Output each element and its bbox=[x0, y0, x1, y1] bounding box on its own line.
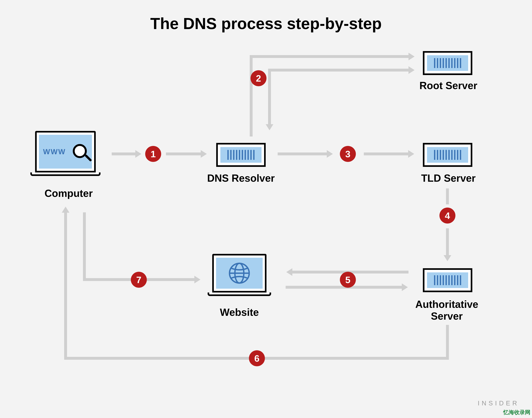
globe-icon bbox=[228, 262, 250, 284]
server-bars-icon bbox=[427, 55, 468, 71]
arrow-1-head-a bbox=[135, 150, 141, 158]
step-2-badge: 2 bbox=[250, 70, 266, 86]
arrow-3-head-b bbox=[408, 150, 414, 158]
website-icon bbox=[212, 254, 271, 296]
root-server-icon bbox=[423, 51, 472, 75]
arrow-4a bbox=[446, 188, 449, 204]
auth-server-icon bbox=[423, 268, 472, 292]
arrow-1-head-b bbox=[201, 150, 207, 158]
step-1-badge: 1 bbox=[145, 146, 161, 162]
arrow-1b bbox=[166, 152, 201, 155]
tld-server-icon bbox=[423, 143, 472, 167]
arrow-2-right bbox=[250, 55, 409, 58]
arrow-4-head bbox=[444, 255, 451, 261]
step-6-badge: 6 bbox=[249, 350, 265, 366]
magnifier-icon bbox=[73, 144, 87, 158]
diagram-title: The DNS process step-by-step bbox=[0, 14, 532, 33]
arrow-5-head-bot bbox=[402, 283, 408, 291]
website-label: Website bbox=[207, 307, 271, 318]
dns-resolver-icon bbox=[216, 143, 266, 167]
server-bars-icon bbox=[220, 147, 261, 163]
computer-icon: WWW bbox=[35, 131, 101, 176]
arrow-3b bbox=[364, 152, 408, 155]
tld-server-label: TLD Server bbox=[413, 173, 484, 184]
arrow-2-ret-v bbox=[268, 69, 271, 125]
dns-resolver-label: DNS Resolver bbox=[204, 173, 278, 184]
auth-server-label: Authoritative Server bbox=[402, 299, 491, 322]
arrow-4b bbox=[446, 228, 449, 255]
attribution-text: INSIDER bbox=[478, 400, 519, 407]
arrow-6-head bbox=[62, 207, 69, 213]
root-server-label: Root Server bbox=[413, 80, 484, 92]
arrow-3-head-a bbox=[327, 150, 333, 158]
step-5-badge: 5 bbox=[340, 272, 356, 288]
arrow-2-head-ret-b bbox=[266, 124, 273, 130]
arrow-3a bbox=[278, 152, 327, 155]
arrow-7-down bbox=[83, 212, 86, 281]
step-4-badge: 4 bbox=[440, 208, 455, 223]
server-bars-icon bbox=[427, 272, 468, 288]
arrow-6-down bbox=[446, 325, 449, 357]
computer-label: Computer bbox=[35, 188, 102, 199]
step-7-badge: 7 bbox=[131, 272, 147, 288]
www-text: WWW bbox=[43, 147, 66, 156]
step-3-badge: 3 bbox=[340, 146, 356, 162]
watermark-text: 忆海收录网 bbox=[503, 409, 530, 416]
arrow-6-up bbox=[64, 212, 67, 360]
arrow-1 bbox=[112, 152, 136, 155]
arrow-7-head bbox=[194, 276, 200, 283]
server-bars-icon bbox=[427, 147, 468, 163]
arrow-2-up bbox=[250, 55, 253, 137]
arrow-2-head-ret-a bbox=[408, 66, 415, 74]
arrow-2-head-fwd bbox=[408, 53, 415, 60]
arrow-2-ret-h bbox=[268, 69, 409, 71]
arrow-5-head-top bbox=[286, 268, 292, 276]
